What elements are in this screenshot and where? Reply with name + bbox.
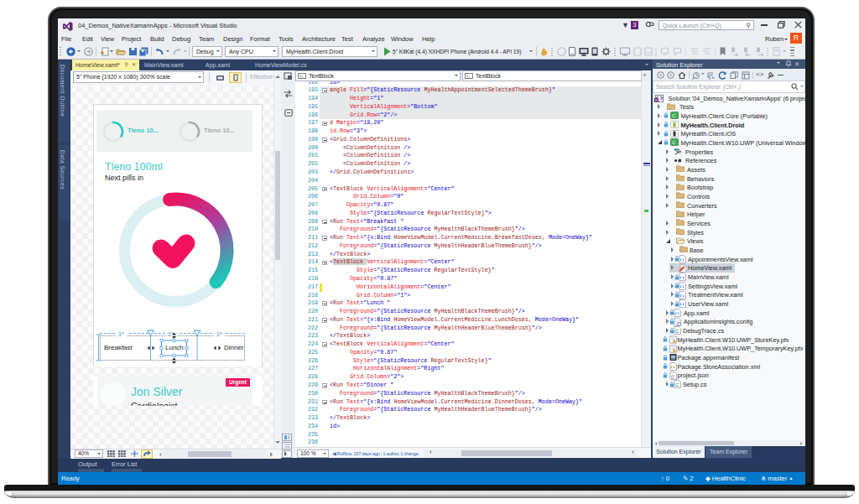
svg-text:C: C — [672, 140, 676, 145]
svg-text:{}: {} — [671, 373, 674, 378]
svg-text:1*: 1* — [168, 331, 174, 337]
svg-text:1*: 1* — [216, 331, 222, 337]
svg-text:C: C — [672, 113, 676, 118]
svg-text:1*: 1* — [118, 331, 124, 337]
svg-text:C: C — [675, 382, 679, 387]
svg-text:C: C — [675, 329, 679, 334]
